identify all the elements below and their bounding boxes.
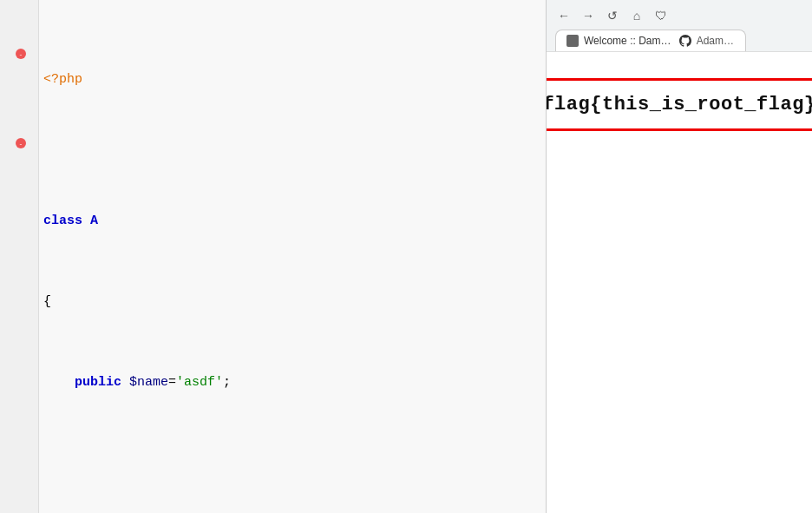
browser-content: flag{this_is_root_flag} [547, 52, 812, 513]
tab-github-label: Adam-Ze [697, 35, 735, 47]
browser-chrome: ← → ↺ ⌂ 🛡 Welcome :: Damn V... Adam-Ze [547, 0, 812, 52]
code-line-5: public $name='asdf'; [43, 372, 537, 392]
keyword-public-1: public [75, 375, 121, 390]
class-name-a: A [90, 214, 98, 228]
nav-refresh-button[interactable]: ↺ [604, 7, 621, 24]
var-name: $name [129, 375, 168, 390]
code-editor: - - <?php class A { public $name='asdf';… [0, 0, 547, 513]
php-open-tag: <?php [43, 72, 82, 87]
nav-back-button[interactable]: ← [555, 7, 573, 24]
code-line-1: <?php [43, 69, 537, 89]
browser-nav: ← → ↺ ⌂ 🛡 [555, 7, 803, 24]
browser-tab[interactable]: Welcome :: Damn V... Adam-Ze [555, 30, 746, 51]
code-line-4: { [43, 292, 537, 312]
keyword-class: class [43, 214, 82, 228]
string-asdf: 'asdf' [176, 375, 223, 390]
code-line-6 [43, 432, 537, 452]
code-line-2 [43, 130, 537, 150]
nav-shield-button[interactable]: 🛡 [652, 7, 670, 24]
tab-favicon [566, 35, 579, 47]
flag-display: flag{this_is_root_flag} [522, 78, 812, 131]
code-line-3: class A [43, 211, 537, 231]
nav-home-button[interactable]: ⌂ [628, 7, 645, 24]
browser-panel: ← → ↺ ⌂ 🛡 Welcome :: Damn V... Adam-Ze f… [547, 0, 812, 513]
nav-forward-button[interactable]: → [580, 7, 597, 24]
code-content: <?php class A { public $name='asdf'; pub… [0, 0, 546, 513]
github-icon [679, 35, 691, 47]
tab-title: Welcome :: Damn V... [584, 35, 674, 47]
